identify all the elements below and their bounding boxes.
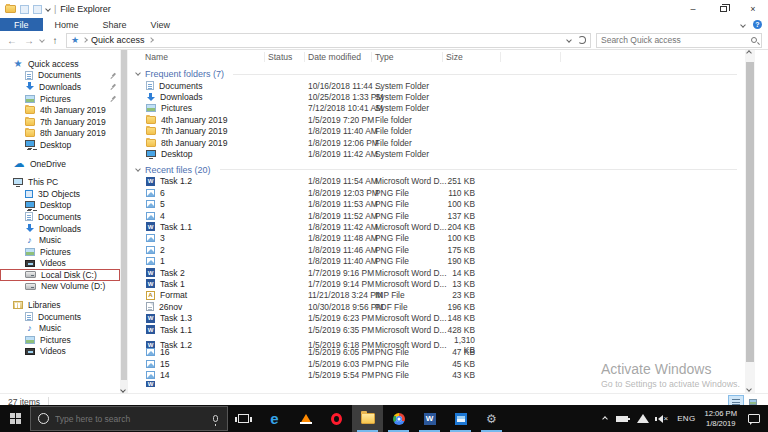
file-row-desktop[interactable]: Desktop1/8/2019 11:42 AMSystem Folder	[128, 148, 745, 159]
file-row-5[interactable]: 51/8/2019 11:53 AMPNG File100 KB	[128, 199, 745, 210]
sidebar-item-downloads[interactable]: Downloads	[0, 223, 120, 235]
file-row-task-1-2[interactable]: Task 1.21/8/2019 11:54 AMMicrosoft Word …	[128, 176, 745, 187]
sidebar-item-7th-january-2019[interactable]: 7th January 2019	[0, 116, 120, 128]
breadcrumb-chevron-icon[interactable]	[148, 37, 154, 43]
file-row-documents[interactable]: Documents10/16/2018 11:44 ...System Fold…	[128, 80, 745, 91]
sidebar-item-this-pc[interactable]: This PC	[0, 176, 120, 188]
file-row-14[interactable]: 141/5/2019 5:54 PMPNG File43 KB	[128, 369, 745, 380]
file-row-4[interactable]: 41/8/2019 11:52 AMPNG File137 KB	[128, 210, 745, 221]
restore-button[interactable]	[708, 0, 738, 18]
search-input[interactable]	[601, 35, 751, 45]
clock[interactable]: 12:06 PM 1/8/2019	[704, 409, 737, 428]
address-bar[interactable]: ★ Quick access	[66, 33, 591, 48]
qat-properties-button[interactable]	[20, 5, 29, 14]
recent-locations-chevron-icon[interactable]	[39, 37, 45, 43]
back-button[interactable]: ←	[6, 35, 18, 46]
sidebar-item-4th-january-2019[interactable]: 4th January 2019	[0, 104, 120, 116]
sidebar-item-documents[interactable]: Documents	[0, 211, 120, 223]
qat-new-folder-button[interactable]	[33, 5, 42, 14]
sidebar-item-desktop[interactable]: Desktop	[0, 139, 120, 151]
file-row-format[interactable]: Format11/21/2018 3:24 PMINP File23 KB	[128, 290, 745, 301]
sidebar-item-libraries[interactable]: Libraries	[0, 299, 120, 311]
file-row-task-2[interactable]: Task 21/7/2019 9:16 PMMicrosoft Word D..…	[128, 267, 745, 278]
tab-home[interactable]: Home	[43, 18, 91, 31]
wifi-icon[interactable]	[637, 414, 649, 423]
sidebar-item-8th-january-2019[interactable]: 8th January 2019	[0, 128, 120, 140]
sidebar-item-music[interactable]: Music	[0, 322, 120, 334]
sidebar-item-quick-access[interactable]: Quick access	[0, 58, 120, 70]
sidebar-item-music[interactable]: Music	[0, 234, 120, 246]
file-row-partial[interactable]	[128, 381, 745, 387]
taskbar-file-explorer-button[interactable]	[352, 405, 383, 432]
taskbar-recorder-button[interactable]: ⚙	[476, 405, 507, 432]
sidebar-item-onedrive[interactable]: OneDrive	[0, 158, 120, 170]
list-scrollbar-thumb[interactable]	[746, 62, 754, 362]
help-icon[interactable]: ?	[753, 20, 762, 29]
sidebar-scroll-down-icon[interactable]	[120, 387, 126, 393]
taskbar-edge-button[interactable]: e	[259, 405, 290, 432]
sidebar-item-documents[interactable]: Documents	[0, 70, 120, 82]
battery-icon[interactable]	[616, 416, 628, 422]
taskbar-vlc-button[interactable]	[290, 405, 321, 432]
file-row-task-1-2[interactable]: Task 1.21/5/2019 6:18 PMMicrosoft Word D…	[128, 335, 745, 346]
file-row-1[interactable]: 11/8/2019 11:40 AMPNG File190 KB	[128, 255, 745, 266]
file-row-task-1-1[interactable]: Task 1.11/5/2019 6:35 PMMicrosoft Word D…	[128, 324, 745, 335]
minimize-button[interactable]: –	[678, 0, 708, 18]
sidebar-item-pictures[interactable]: Pictures	[0, 93, 120, 105]
sidebar-item-new-volume-d[interactable]: New Volume (D:)	[0, 281, 120, 293]
sidebar-item-pictures[interactable]: Pictures	[0, 246, 120, 258]
taskbar-photos-button[interactable]	[445, 405, 476, 432]
ribbon-expand-chevron-icon[interactable]	[740, 22, 746, 28]
sidebar-item-downloads[interactable]: Downloads	[0, 81, 120, 93]
taskbar-word-button[interactable]: W	[414, 405, 445, 432]
refresh-icon[interactable]	[578, 36, 586, 44]
sidebar-scrollbar[interactable]	[120, 50, 128, 393]
qat-customize-chevron-icon[interactable]	[45, 6, 51, 12]
group-header-frequent-folders-7[interactable]: Frequent folders (7)	[128, 68, 745, 80]
sidebar-item-pictures[interactable]: Pictures	[0, 334, 120, 346]
group-header-recent-files-20[interactable]: Recent files (20)	[128, 164, 745, 176]
breadcrumb[interactable]: Quick access	[91, 35, 145, 45]
sidebar-item-desktop[interactable]: Desktop	[0, 200, 120, 212]
tab-share[interactable]: Share	[91, 18, 139, 31]
start-button[interactable]	[0, 405, 30, 432]
tab-file[interactable]: File	[0, 18, 43, 31]
scroll-down-icon[interactable]	[746, 386, 752, 392]
task-view-button[interactable]	[228, 405, 259, 432]
list-scrollbar[interactable]	[745, 50, 755, 393]
collapse-chevron-icon[interactable]	[135, 70, 141, 76]
file-row-downloads[interactable]: Downloads10/25/2018 1:33 PMSystem Folder	[128, 91, 745, 102]
file-row-task-1-1[interactable]: Task 1.11/8/2019 11:42 AMMicrosoft Word …	[128, 221, 745, 232]
language-indicator[interactable]: ENG	[677, 414, 695, 423]
taskbar-search[interactable]	[30, 406, 228, 431]
column-header-type[interactable]: Type	[372, 52, 443, 62]
search-box[interactable]	[596, 33, 762, 48]
file-row-6[interactable]: 61/8/2019 12:03 PMPNG File110 KB	[128, 187, 745, 198]
file-row-task-1[interactable]: Task 11/7/2019 9:14 PMMicrosoft Word D..…	[128, 278, 745, 289]
sidebar-item-documents[interactable]: Documents	[0, 311, 120, 323]
up-button[interactable]: ↑	[49, 35, 61, 46]
volume-muted-icon[interactable]: ×	[658, 414, 669, 423]
file-row-4th-january-2019[interactable]: 4th January 20191/5/2019 7:20 PMFile fol…	[128, 114, 745, 125]
tab-view[interactable]: View	[139, 18, 182, 31]
file-row-task-1-3[interactable]: Task 1.31/5/2019 6:23 PMMicrosoft Word D…	[128, 312, 745, 323]
file-row-3[interactable]: 31/8/2019 11:48 AMPNG File100 KB	[128, 233, 745, 244]
column-header-date-modified[interactable]: Date modified	[305, 52, 372, 62]
file-row-16[interactable]: 161/5/2019 6:05 PMPNG File47 KB	[128, 347, 745, 358]
file-row-pictures[interactable]: Pictures7/12/2018 10:41 AMSystem Folder	[128, 103, 745, 114]
address-dropdown-chevron-icon[interactable]	[566, 37, 572, 43]
action-center-icon[interactable]	[748, 414, 760, 423]
column-header-status[interactable]: Status	[265, 52, 305, 62]
sidebar-item-3d-objects[interactable]: 3D Objects	[0, 188, 120, 200]
scroll-up-icon[interactable]	[746, 50, 752, 56]
file-row-15[interactable]: 151/5/2019 6:03 PMPNG File45 KB	[128, 358, 745, 369]
file-row-26nov[interactable]: 26nov10/30/2018 9:56 PMPDF File196 KB	[128, 301, 745, 312]
taskbar-search-input[interactable]	[55, 414, 207, 424]
microphone-icon[interactable]	[213, 415, 218, 422]
taskbar-chrome-button[interactable]	[383, 405, 414, 432]
sidebar-scrollbar-thumb[interactable]	[121, 50, 127, 380]
file-row-8th-january-2019[interactable]: 8th January 20191/8/2019 12:06 PMFile fo…	[128, 137, 745, 148]
sidebar-item-local-disk-c[interactable]: Local Disk (C:)	[0, 269, 120, 281]
collapse-chevron-icon[interactable]	[135, 166, 141, 172]
file-row-7th-january-2019[interactable]: 7th January 20191/8/2019 11:40 AMFile fo…	[128, 126, 745, 137]
